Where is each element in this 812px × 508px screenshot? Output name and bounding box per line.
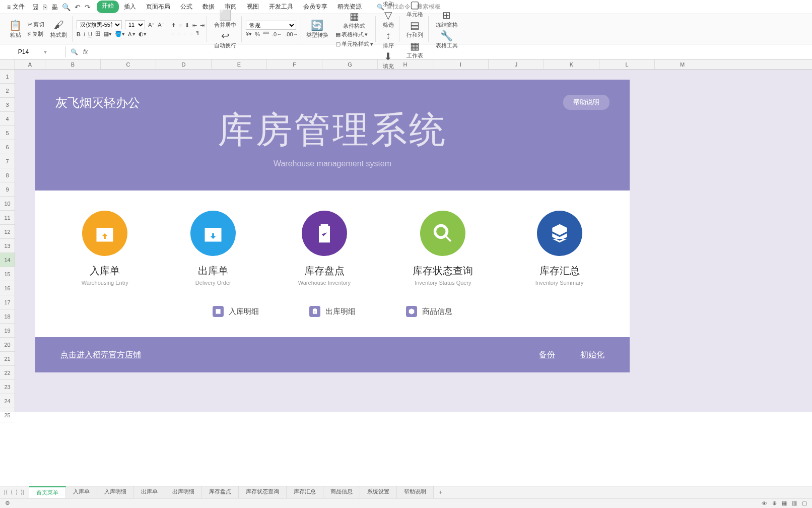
dash-icon-4[interactable]: 库存汇总Inventory Summary: [535, 211, 583, 286]
sort-button[interactable]: ↕排序: [380, 30, 397, 49]
freeze-button[interactable]: ⊞冻结窗格: [433, 9, 461, 29]
help-button[interactable]: 帮助说明: [563, 95, 610, 110]
tab-insert[interactable]: 插入: [119, 1, 141, 13]
indent-inc-icon[interactable]: ⇥: [200, 22, 205, 29]
rowcol-button[interactable]: ▤行和列: [403, 19, 426, 39]
align-left-icon[interactable]: ≡: [171, 30, 174, 36]
cond-format-button[interactable]: ▦条件格式: [335, 10, 373, 30]
currency-icon[interactable]: ¥▾: [246, 31, 252, 37]
filter-button[interactable]: ▽筛选: [380, 9, 397, 29]
bold-icon[interactable]: B: [77, 31, 81, 37]
tab-layout[interactable]: 页面布局: [141, 1, 175, 13]
spreadsheet-canvas[interactable]: 灰飞烟灭轻办公 帮助说明 库房管理系统 Warehouse management…: [15, 70, 812, 412]
align-top-icon[interactable]: ⬆: [171, 22, 176, 29]
align-justify-icon[interactable]: ≡: [190, 30, 193, 36]
font-name-select[interactable]: 汉仪旗黑-55简: [77, 20, 122, 29]
dash-icon-2[interactable]: 库存盘点Warehouse Inventory: [298, 211, 351, 286]
highlight-icon[interactable]: ◐▾: [139, 31, 147, 37]
inc-decimal-icon[interactable]: .0←: [272, 31, 282, 37]
row-header-23[interactable]: 23: [0, 380, 15, 394]
row-header-2[interactable]: 2: [0, 84, 15, 98]
footer-backup-link[interactable]: 备份: [539, 350, 555, 360]
decrease-font-icon[interactable]: A⁻: [158, 22, 164, 28]
sheet-tab-1[interactable]: 入库单: [66, 486, 97, 498]
name-box[interactable]: P14▾: [0, 46, 65, 57]
merge-button[interactable]: ⬜合并居中: [211, 9, 239, 29]
row-header-25[interactable]: 25: [0, 408, 15, 422]
add-sheet-button[interactable]: +: [434, 487, 447, 497]
align-bottom-icon[interactable]: ⬇: [185, 22, 189, 29]
dec-decimal-icon[interactable]: .00→: [285, 31, 298, 37]
underline-icon[interactable]: U: [88, 31, 92, 37]
align-middle-icon[interactable]: ≡: [179, 23, 182, 29]
dash-link-0[interactable]: 入库明细: [213, 306, 259, 317]
view-eye-icon[interactable]: 👁: [762, 500, 767, 506]
tools-button[interactable]: 🔧表格工具: [433, 30, 461, 49]
preview-icon[interactable]: 🔍: [62, 3, 71, 11]
row-header-22[interactable]: 22: [0, 366, 15, 380]
sheet-tab-5[interactable]: 库存盘点: [202, 486, 239, 498]
border-icon[interactable]: ▦▾: [104, 31, 112, 37]
wrap-button[interactable]: ↩自动换行: [211, 30, 239, 49]
tab-view[interactable]: 视图: [242, 1, 264, 13]
row-header-13[interactable]: 13: [0, 239, 15, 253]
row-header-16[interactable]: 16: [0, 281, 15, 295]
row-header-19[interactable]: 19: [0, 324, 15, 338]
dash-icon-0[interactable]: 入库单Warehousing Entry: [82, 211, 128, 286]
col-header-G[interactable]: G: [322, 59, 378, 69]
dash-link-1[interactable]: 出库明细: [309, 306, 356, 317]
save-icon[interactable]: 🖫: [32, 3, 39, 11]
dash-link-2[interactable]: 商品信息: [406, 306, 452, 317]
sheet-tab-0[interactable]: 首页菜单: [29, 486, 66, 498]
number-format-select[interactable]: 常规: [246, 21, 296, 30]
view-focus-icon[interactable]: ⊕: [772, 500, 777, 506]
font-size-select[interactable]: 11: [125, 20, 145, 29]
sheet-tab-2[interactable]: 入库明细: [97, 486, 134, 498]
type-convert-button[interactable]: 🔄类型转换: [303, 19, 331, 39]
view-page-icon[interactable]: ▢: [802, 500, 807, 506]
undo-icon[interactable]: ↶: [75, 3, 81, 11]
select-all-corner[interactable]: [0, 59, 15, 69]
col-header-L[interactable]: L: [599, 59, 655, 69]
row-header-7[interactable]: 7: [0, 154, 15, 168]
sheet-last-icon[interactable]: ⟩|: [21, 489, 24, 495]
col-header-M[interactable]: M: [655, 59, 710, 69]
tab-formula[interactable]: 公式: [175, 1, 197, 13]
col-header-K[interactable]: K: [544, 59, 599, 69]
row-header-3[interactable]: 3: [0, 98, 15, 112]
row-header-5[interactable]: 5: [0, 126, 15, 140]
sheet-tab-10[interactable]: 帮助说明: [397, 486, 434, 498]
row-header-6[interactable]: 6: [0, 140, 15, 154]
zoom-icon[interactable]: 🔍: [71, 48, 78, 55]
comma-icon[interactable]: ⁰⁰⁰: [263, 31, 269, 37]
col-header-I[interactable]: I: [433, 59, 489, 69]
row-header-14[interactable]: 14: [0, 253, 15, 267]
row-header-10[interactable]: 10: [0, 197, 15, 211]
footer-init-link[interactable]: 初始化: [580, 350, 604, 360]
col-header-J[interactable]: J: [489, 59, 544, 69]
format-painter-button[interactable]: 🖌格式刷: [47, 19, 70, 39]
tab-vip[interactable]: 会员专享: [298, 1, 332, 13]
row-header-9[interactable]: 9: [0, 182, 15, 197]
col-header-B[interactable]: B: [45, 59, 101, 69]
row-header-1[interactable]: 1: [0, 70, 15, 84]
align-center-icon[interactable]: ≡: [177, 30, 180, 36]
sheet-next-icon[interactable]: ⟩: [16, 489, 18, 495]
cell-style-button[interactable]: ▢ 单元格样式▾: [335, 40, 373, 48]
export-icon[interactable]: ⎘: [43, 3, 47, 11]
print-icon[interactable]: 🖶: [51, 3, 58, 11]
sheet-tab-7[interactable]: 库存汇总: [287, 486, 323, 498]
col-header-A[interactable]: A: [15, 59, 45, 69]
copy-button[interactable]: ⎘ 复制: [28, 30, 44, 38]
italic-icon[interactable]: I: [84, 31, 85, 37]
col-header-F[interactable]: F: [267, 59, 322, 69]
col-header-E[interactable]: E: [212, 59, 267, 69]
sheet-tab-8[interactable]: 商品信息: [323, 486, 360, 498]
view-layout-icon[interactable]: ▥: [792, 500, 797, 506]
col-header-C[interactable]: C: [101, 59, 156, 69]
sheet-tab-9[interactable]: 系统设置: [360, 486, 397, 498]
font-color-icon[interactable]: A▾: [128, 31, 136, 37]
file-menu[interactable]: ≡ 文件: [3, 3, 29, 11]
row-header-20[interactable]: 20: [0, 338, 15, 352]
sheet-tab-3[interactable]: 出库单: [134, 486, 165, 498]
